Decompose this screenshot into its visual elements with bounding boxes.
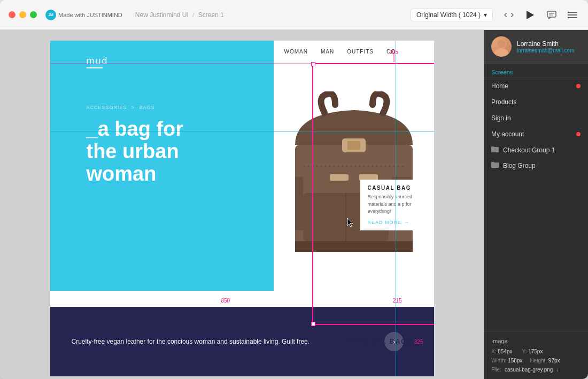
folder-blog-icon xyxy=(491,161,499,169)
view-all-bags-button[interactable]: VIEW ALL BAGS xyxy=(348,338,413,345)
prop-row-wh: Width: 158px Height: 97px xyxy=(491,358,581,363)
measure-325: 325 xyxy=(414,339,423,345)
file-row: File: casual-bag-grey.png ↓ xyxy=(491,367,581,373)
play-icon[interactable] xyxy=(523,7,538,22)
product-image-area xyxy=(274,63,434,291)
brand-underline xyxy=(87,67,103,68)
toolbar-icons xyxy=(501,7,579,22)
casual-bag-desc: Responsibly sourced materials and a p fo… xyxy=(368,194,427,215)
breadcrumb: ACCESSORIES > BAGS xyxy=(87,105,155,110)
comment-icon[interactable] xyxy=(544,7,559,22)
app-window: JM Made with JUSTINMIND New Justinmind U… xyxy=(0,0,588,379)
svg-rect-10 xyxy=(330,174,349,181)
measure-850: 850 xyxy=(221,298,230,304)
screen-home[interactable]: Home xyxy=(484,78,588,94)
prop-width: Width: 158px xyxy=(491,358,522,363)
folder-blog[interactable]: Blog Group xyxy=(484,158,588,173)
screen-products-label: Products xyxy=(491,98,516,106)
minimize-button[interactable] xyxy=(19,11,26,18)
folder-icon xyxy=(491,146,499,154)
folder-blog-label: Blog Group xyxy=(503,162,536,169)
maximize-button[interactable] xyxy=(30,11,37,18)
measure-215: 215 xyxy=(393,298,402,304)
svg-rect-5 xyxy=(347,141,360,150)
bottom-bar: Cruelty-free vegan leather for the conci… xyxy=(50,307,434,376)
svg-rect-9 xyxy=(295,177,303,230)
nav-bar: WOMAN MAN OUTFITS CO xyxy=(274,41,434,63)
titlebar: JM Made with JUSTINMIND New Justinmind U… xyxy=(0,0,588,30)
prop-row-xy: X: 854px Y: 175px xyxy=(491,349,581,354)
chevron-down-icon: ▾ xyxy=(484,11,487,19)
file-name: casual-bag-grey.png xyxy=(505,367,553,373)
user-email: lorrainesmith@mail.com xyxy=(517,48,581,53)
svg-rect-0 xyxy=(547,11,556,17)
main-area: mud ACCESSORIES > BAGS _a bag for the ur… xyxy=(0,30,588,379)
file-path: New Justinmind UI / Screen 1 xyxy=(135,11,224,19)
brand-name: mud xyxy=(87,56,109,67)
toolbar-center: Original Width ( 1024 ) ▾ xyxy=(411,9,493,21)
user-info: Lorraine Smith lorrainesmith@mail.com xyxy=(517,40,581,53)
screen-myaccount-label: My account xyxy=(491,130,524,138)
hero-section: mud ACCESSORIES > BAGS _a bag for the ur… xyxy=(50,41,274,291)
screens-list: Home Products Sign in My account xyxy=(484,78,588,331)
folder-checkout-label: Checkout Group 1 xyxy=(503,146,555,154)
screen-home-label: Home xyxy=(491,82,508,90)
nav-man[interactable]: MAN xyxy=(321,49,334,55)
prop-height: Height: 97px xyxy=(530,358,560,363)
avatar xyxy=(491,36,512,57)
canvas-area: mud ACCESSORIES > BAGS _a bag for the ur… xyxy=(0,30,484,379)
prop-x: X: 854px xyxy=(491,349,512,354)
code-icon[interactable] xyxy=(501,7,516,22)
nav-outfits[interactable]: OUTFITS xyxy=(347,49,374,55)
screen-signin[interactable]: Sign in xyxy=(484,110,588,126)
screens-label: Screens xyxy=(484,64,588,78)
svg-point-14 xyxy=(494,48,508,57)
right-panel: Lorraine Smith lorrainesmith@mail.com Sc… xyxy=(484,30,588,379)
user-name: Lorraine Smith xyxy=(517,40,581,48)
bag-image xyxy=(284,91,423,262)
brand-label: JM Made with JUSTINMIND xyxy=(45,10,122,20)
bottom-promo-text: Cruelty-free vegan leather for the conci… xyxy=(50,326,379,357)
folder-checkout[interactable]: Checkout Group 1 xyxy=(484,142,588,158)
svg-point-15 xyxy=(497,40,506,48)
prop-y: Y: 175px xyxy=(522,349,543,354)
user-profile: Lorraine Smith lorrainesmith@mail.com xyxy=(484,30,588,64)
brand-text: Made with JUSTINMIND xyxy=(58,12,122,18)
traffic-lights xyxy=(9,11,37,18)
myaccount-dot xyxy=(576,132,581,136)
read-more[interactable]: READ MORE → xyxy=(368,220,427,225)
screen-myaccount[interactable]: My account xyxy=(484,126,588,142)
design-preview: mud ACCESSORIES > BAGS _a bag for the ur… xyxy=(50,41,434,376)
svg-rect-12 xyxy=(295,241,413,252)
nav-woman[interactable]: WOMAN xyxy=(284,49,308,55)
brand-logo: JM xyxy=(45,10,56,20)
home-dot xyxy=(576,84,581,88)
width-label: Original Width ( 1024 ) xyxy=(416,11,481,19)
menu-icon[interactable] xyxy=(566,10,579,20)
casual-bag-title: CASUAL BAG xyxy=(368,185,427,191)
download-icon[interactable]: ↓ xyxy=(556,367,559,373)
screen-signin-label: Sign in xyxy=(491,114,511,122)
close-button[interactable] xyxy=(9,11,16,18)
casual-bag-info: CASUAL BAG Responsibly sourced materials… xyxy=(360,180,434,230)
width-selector[interactable]: Original Width ( 1024 ) ▾ xyxy=(411,9,493,21)
screen-products[interactable]: Products xyxy=(484,94,588,110)
hero-text: _a bag for the urban woman xyxy=(87,118,184,185)
properties-title: Image xyxy=(491,338,581,344)
nav-co[interactable]: CO xyxy=(386,49,396,55)
properties-panel: Image X: 854px Y: 175px Width: 158px xyxy=(484,331,588,379)
